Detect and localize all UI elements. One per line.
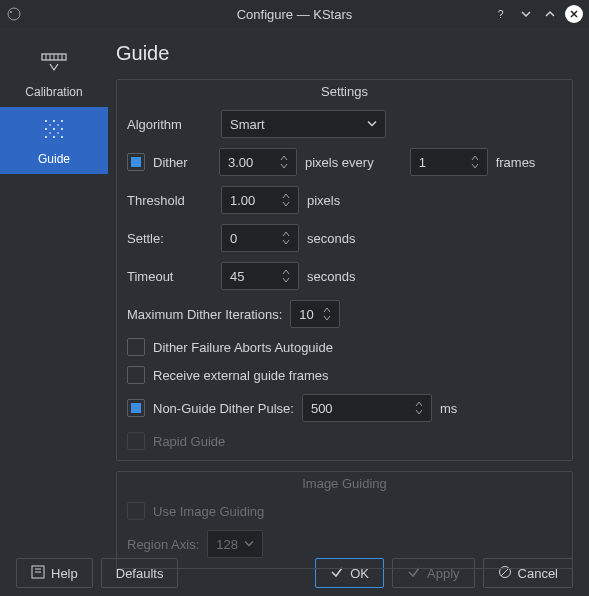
settle-spinbox[interactable]: 0 [221,224,299,252]
region-axis-select: 128 [207,530,263,558]
spin-arrows-icon[interactable] [282,265,294,287]
spin-arrows-icon[interactable] [471,151,483,173]
sidebar-item-guide[interactable]: Guide [0,107,108,174]
nonguide-value: 500 [311,401,333,416]
algorithm-select[interactable]: Smart [221,110,386,138]
svg-point-10 [45,136,47,138]
region-axis-value: 128 [216,537,238,552]
timeout-label: Timeout [127,269,213,284]
help-icon [31,565,45,582]
dither-frames-spinbox[interactable]: 1 [410,148,488,176]
image-guiding-group: Image Guiding Use Image Guiding Region A… [116,471,573,569]
svg-text:?: ? [498,8,504,20]
settings-group: Settings Algorithm Smart Dither 3.00 [116,79,573,461]
svg-point-15 [49,132,51,134]
spin-arrows-icon[interactable] [323,303,335,325]
nonguide-unit: ms [440,401,457,416]
sidebar: Calibration Guide [0,28,108,548]
settle-unit: seconds [307,231,355,246]
rapid-guide-checkbox [127,432,145,450]
nonguide-label[interactable]: Non-Guide Dither Pulse: [153,401,294,416]
nonguide-checkbox[interactable] [127,399,145,417]
svg-point-1 [10,11,12,13]
grid-icon [40,115,68,146]
titlebar: Configure — KStars ? [0,0,589,28]
use-image-guiding-label: Use Image Guiding [153,504,264,519]
dither-failure-checkbox[interactable] [127,338,145,356]
rapid-guide-label: Rapid Guide [153,434,225,449]
receive-external-label[interactable]: Receive external guide frames [153,368,329,383]
sidebar-item-calibration[interactable]: Calibration [0,40,108,107]
app-icon [6,6,22,22]
help-titlebar-icon[interactable]: ? [493,5,511,23]
dither-failure-label[interactable]: Dither Failure Aborts Autoguide [153,340,333,355]
ruler-icon [40,48,68,79]
svg-point-7 [45,128,47,130]
maximize-icon[interactable] [541,5,559,23]
threshold-unit: pixels [307,193,340,208]
spin-arrows-icon[interactable] [282,189,294,211]
page-title: Guide [116,42,573,65]
svg-point-5 [53,120,55,122]
dither-frames-value: 1 [419,155,426,170]
use-image-guiding-checkbox [127,502,145,520]
svg-point-12 [61,136,63,138]
dither-pixels-unit: pixels every [305,155,374,170]
max-dither-value: 10 [299,307,313,322]
dither-frames-unit: frames [496,155,536,170]
svg-point-13 [49,124,51,126]
svg-point-14 [57,124,59,126]
settings-legend: Settings [117,84,572,99]
region-axis-label: Region Axis: [127,537,199,552]
dither-pixels-spinbox[interactable]: 3.00 [219,148,297,176]
help-button[interactable]: Help [16,558,93,588]
minimize-icon[interactable] [517,5,535,23]
dither-pixels-value: 3.00 [228,155,253,170]
spin-arrows-icon[interactable] [282,227,294,249]
threshold-value: 1.00 [230,193,255,208]
settle-label: Settle: [127,231,213,246]
svg-point-16 [57,132,59,134]
timeout-unit: seconds [307,269,355,284]
nonguide-spinbox[interactable]: 500 [302,394,432,422]
svg-point-8 [53,128,55,130]
image-guiding-legend: Image Guiding [117,476,572,491]
svg-point-4 [45,120,47,122]
dither-label[interactable]: Dither [153,155,211,170]
chevron-down-icon [244,537,254,552]
close-icon[interactable] [565,5,583,23]
sidebar-item-label: Guide [38,152,70,166]
dither-checkbox[interactable] [127,153,145,171]
receive-external-checkbox[interactable] [127,366,145,384]
svg-point-6 [61,120,63,122]
max-dither-label: Maximum Dither Iterations: [127,307,282,322]
spin-arrows-icon[interactable] [280,151,292,173]
spin-arrows-icon[interactable] [415,397,427,419]
threshold-label: Threshold [127,193,213,208]
sidebar-item-label: Calibration [25,85,82,99]
chevron-down-icon [367,117,377,132]
svg-point-9 [61,128,63,130]
svg-point-11 [53,136,55,138]
timeout-value: 45 [230,269,244,284]
threshold-spinbox[interactable]: 1.00 [221,186,299,214]
algorithm-label: Algorithm [127,117,213,132]
timeout-spinbox[interactable]: 45 [221,262,299,290]
svg-point-0 [8,8,20,20]
algorithm-value: Smart [230,117,265,132]
settle-value: 0 [230,231,237,246]
max-dither-spinbox[interactable]: 10 [290,300,340,328]
